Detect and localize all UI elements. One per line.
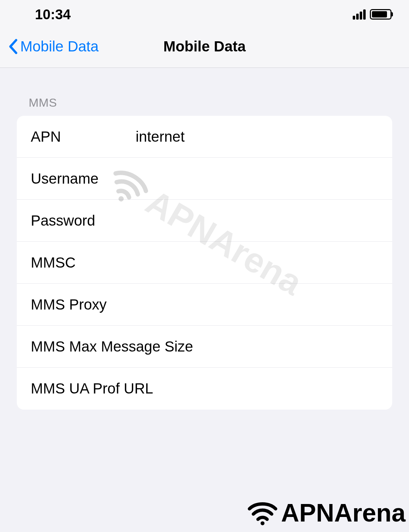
mms-max-size-input[interactable] xyxy=(194,338,378,355)
password-row[interactable]: Password xyxy=(17,200,392,242)
mms-ua-prof-label: MMS UA Prof URL xyxy=(31,380,194,397)
password-label: Password xyxy=(31,212,136,229)
mms-proxy-input[interactable] xyxy=(136,296,378,313)
footer-brand-text: APNArena xyxy=(281,498,406,527)
username-label: Username xyxy=(31,170,136,187)
apn-label: APN xyxy=(31,128,136,145)
svg-point-1 xyxy=(260,521,264,525)
wifi-icon xyxy=(247,497,278,529)
username-input[interactable] xyxy=(136,170,378,187)
back-label: Mobile Data xyxy=(20,38,99,55)
section-header-mms: MMS xyxy=(17,96,392,109)
mms-proxy-label: MMS Proxy xyxy=(31,296,136,313)
apn-row[interactable]: APN xyxy=(17,116,392,158)
battery-icon xyxy=(370,9,392,20)
footer-brand-logo: APNArena xyxy=(247,497,406,529)
mmsc-input[interactable] xyxy=(136,254,378,271)
status-indicators xyxy=(353,9,392,20)
mms-ua-prof-row[interactable]: MMS UA Prof URL xyxy=(17,368,392,410)
status-time: 10:34 xyxy=(35,7,71,22)
back-button[interactable]: Mobile Data xyxy=(8,38,99,55)
username-row[interactable]: Username xyxy=(17,158,392,200)
mms-proxy-row[interactable]: MMS Proxy xyxy=(17,284,392,326)
navigation-bar: Mobile Data Mobile Data xyxy=(0,29,409,68)
apn-input[interactable] xyxy=(136,128,378,145)
mms-max-size-label: MMS Max Message Size xyxy=(31,338,194,355)
mmsc-row[interactable]: MMSC xyxy=(17,242,392,284)
page-title: Mobile Data xyxy=(163,38,246,55)
chevron-left-icon xyxy=(8,39,17,54)
password-input[interactable] xyxy=(136,212,378,229)
cellular-signal-icon xyxy=(353,9,366,20)
mms-max-size-row[interactable]: MMS Max Message Size xyxy=(17,326,392,368)
status-bar: 10:34 xyxy=(0,0,409,29)
mms-settings-group: APN Username Password MMSC MMS Proxy MMS… xyxy=(17,116,392,410)
mmsc-label: MMSC xyxy=(31,254,136,271)
mms-ua-prof-input[interactable] xyxy=(194,380,378,397)
content-area: MMS APN Username Password MMSC MMS Proxy… xyxy=(0,68,409,410)
